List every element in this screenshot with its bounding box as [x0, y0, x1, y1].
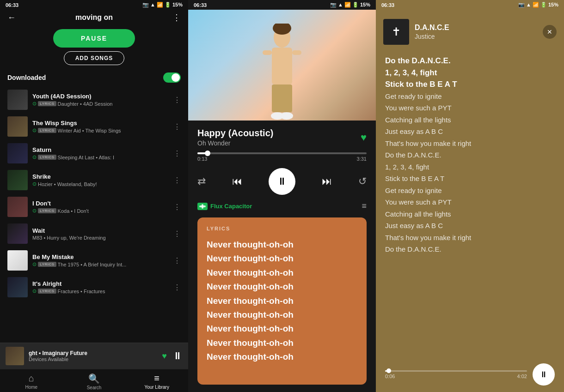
- library-icon: ≡: [154, 373, 159, 384]
- song-meta-saturn: ⊙ LYRICS Sleeping At Last • Atlas: I: [32, 154, 169, 160]
- lp-total: 4:02: [517, 374, 527, 379]
- download-icon-alright: ⊙: [32, 288, 37, 294]
- song-dots-youth[interactable]: ⋮: [173, 96, 181, 104]
- progress-current: 0:13: [197, 156, 207, 162]
- full-lyric-line-3: Stick to the B E A T: [385, 78, 555, 90]
- song-dots-wisp[interactable]: ⋮: [173, 122, 181, 131]
- song-title-wisp: The Wisp Sings: [32, 120, 169, 127]
- song-info-youth: Youth (4AD Session) ⊙ LYRICS Daughter • …: [32, 93, 169, 107]
- song-item-bemistake[interactable]: Be My Mistake ⊙ LYRICS The 1975 • A Brie…: [0, 247, 188, 274]
- download-icon-shrike: ⊙: [32, 181, 37, 187]
- song-artist-youth: Daughter • 4AD Session: [58, 101, 113, 107]
- song-thumb-bemistake: [7, 250, 28, 271]
- lyrics-box[interactable]: LYRICS Never thought-oh-oh Never thought…: [197, 217, 367, 385]
- heart-icon[interactable]: ♥: [162, 351, 167, 361]
- full-lyric-line-12: Get ready to ignite: [385, 185, 555, 197]
- lp-dot: [386, 368, 391, 373]
- nav-home[interactable]: ⌂ Home: [0, 373, 63, 390]
- player-controls: ⇄ ⏮ ⏸ ⏭ ↺: [197, 168, 367, 195]
- song-title-wait: Wait: [32, 227, 169, 234]
- more-options-button[interactable]: ⋮: [172, 12, 181, 23]
- downloaded-label: Downloaded: [7, 74, 46, 81]
- flux-label-text: Flux Capacitor: [210, 203, 252, 210]
- play-pause-button[interactable]: ⏸: [269, 168, 295, 195]
- lyrics-badge-alright: LYRICS: [38, 289, 56, 294]
- nav-library-label: Your Library: [144, 385, 169, 390]
- song-dots-idont[interactable]: ⋮: [173, 203, 181, 211]
- song-title-shrike: Shrike: [32, 173, 169, 180]
- song-info-bemistake: Be My Mistake ⊙ LYRICS The 1975 • A Brie…: [32, 253, 169, 267]
- album-mini-title: D.A.N.C.E: [415, 24, 537, 32]
- full-lyric-line-6: Catching all the lights: [385, 114, 555, 126]
- song-artist-idont: Koda • I Don't: [58, 208, 89, 214]
- song-dots-bemistake[interactable]: ⋮: [173, 256, 181, 265]
- flux-capacitor[interactable]: Flux Capacitor: [197, 203, 252, 210]
- svg-rect-3: [292, 50, 301, 55]
- nav-library[interactable]: ≡ Your Library: [125, 373, 188, 390]
- lyric-line-5: Never thought-oh-oh: [207, 294, 357, 308]
- lp-bar-bg: [385, 370, 527, 372]
- song-info-saturn: Saturn ⊙ LYRICS Sleeping At Last • Atlas…: [32, 146, 169, 160]
- lyric-line-9: Never thought-oh-oh: [207, 350, 357, 364]
- pause-icon[interactable]: ⏸: [172, 350, 183, 362]
- svg-rect-4: [272, 84, 292, 112]
- add-songs-button[interactable]: ADD SONGS: [64, 51, 125, 65]
- downloaded-toggle[interactable]: [163, 72, 181, 83]
- song-item-wisp[interactable]: The Wisp Sings ⊙ LYRICS Winter Aid • The…: [0, 113, 188, 140]
- nav-search[interactable]: 🔍 Search: [63, 373, 126, 390]
- svg-rect-9: [202, 204, 203, 209]
- song-dots-saturn[interactable]: ⋮: [173, 149, 181, 158]
- close-icon: ✕: [547, 28, 552, 36]
- song-item-shrike[interactable]: Shrike ⊙ Hozier • Wasteland, Baby! ⋮: [0, 167, 188, 193]
- downloaded-row: Downloaded: [0, 71, 188, 86]
- next-button[interactable]: ⏭: [322, 175, 332, 187]
- status-icons-player: 📷 ▲ 📶 🔋 15%: [330, 2, 370, 8]
- now-playing-bar[interactable]: ght • Imaginary Future Devices Available…: [0, 343, 188, 369]
- pause-icon: ⏸: [277, 175, 287, 187]
- heart-button[interactable]: ♥: [361, 132, 367, 144]
- close-button[interactable]: ✕: [543, 25, 557, 39]
- search-icon: 🔍: [88, 373, 100, 384]
- full-lyric-line-9: Do the D.A.N.C.E.: [385, 149, 555, 161]
- shuffle-button[interactable]: ⇄: [197, 175, 206, 187]
- song-item-idont[interactable]: I Don't ⊙ LYRICS Koda • I Don't ⋮: [0, 193, 188, 220]
- pause-button[interactable]: PAUSE: [53, 29, 135, 48]
- back-button[interactable]: ←: [7, 13, 16, 23]
- full-lyric-line-14: Catching all the lights: [385, 208, 555, 220]
- song-thumb-alright: [7, 277, 28, 297]
- svg-point-6: [280, 112, 293, 120]
- bottom-nav: ⌂ Home 🔍 Search ≡ Your Library: [0, 369, 188, 392]
- queue-button[interactable]: ≡: [362, 201, 367, 211]
- lyric-line-1: Never thought-oh-oh: [207, 238, 357, 252]
- add-songs-btn-wrap: ADD SONGS: [0, 51, 188, 65]
- song-item-alright[interactable]: It's Alright ⊙ LYRICS Fractures • Fractu…: [0, 274, 188, 301]
- song-artist-wisp: Winter Aid • The Wisp Sings: [58, 128, 121, 133]
- progress-bar[interactable]: 0:13 3:31: [197, 152, 367, 162]
- song-dots-shrike[interactable]: ⋮: [173, 176, 181, 185]
- full-lyric-line-4: Get ready to ignite: [385, 90, 555, 103]
- album-mini-info: D.A.N.C.E Justice: [415, 24, 537, 40]
- song-item-wait[interactable]: Wait M83 • Hurry up, We're Dreaming ⋮: [0, 220, 188, 247]
- song-dots-wait[interactable]: ⋮: [173, 229, 181, 238]
- home-icon: ⌂: [29, 373, 34, 384]
- song-meta-wisp: ⊙ LYRICS Winter Aid • The Wisp Sings: [32, 127, 169, 133]
- full-lyric-line-2: 1, 2, 3, 4, fight: [385, 67, 555, 79]
- lyrics-badge-wisp: LYRICS: [38, 128, 56, 133]
- full-lyric-line-17: Do the D.A.N.C.E.: [385, 243, 555, 255]
- full-lyric-line-10: 1, 2, 3, 4, fight: [385, 161, 555, 173]
- prev-button[interactable]: ⏮: [232, 175, 242, 187]
- np-info: ght • Imaginary Future Devices Available: [29, 350, 157, 362]
- song-item-saturn[interactable]: Saturn ⊙ LYRICS Sleeping At Last • Atlas…: [0, 140, 188, 167]
- song-item-youth[interactable]: Youth (4AD Session) ⊙ LYRICS Daughter • …: [0, 86, 188, 113]
- song-dots-alright[interactable]: ⋮: [173, 283, 181, 292]
- full-lyric-line-11: Stick to the B E A T: [385, 173, 555, 185]
- lyric-line-3: Never thought-oh-oh: [207, 266, 357, 280]
- lp-pause-button[interactable]: ⏸: [533, 363, 555, 386]
- repeat-button[interactable]: ↺: [358, 175, 367, 187]
- lyrics-badge-idont: LYRICS: [38, 208, 56, 213]
- full-lyric-line-16: That's how you make it right: [385, 232, 555, 244]
- song-title-idont: I Don't: [32, 200, 169, 207]
- full-lyrics-content: Do the D.A.N.C.E. 1, 2, 3, 4, fight Stic…: [376, 50, 564, 359]
- progress-dot: [205, 151, 210, 156]
- song-title-bemistake: Be My Mistake: [32, 253, 169, 260]
